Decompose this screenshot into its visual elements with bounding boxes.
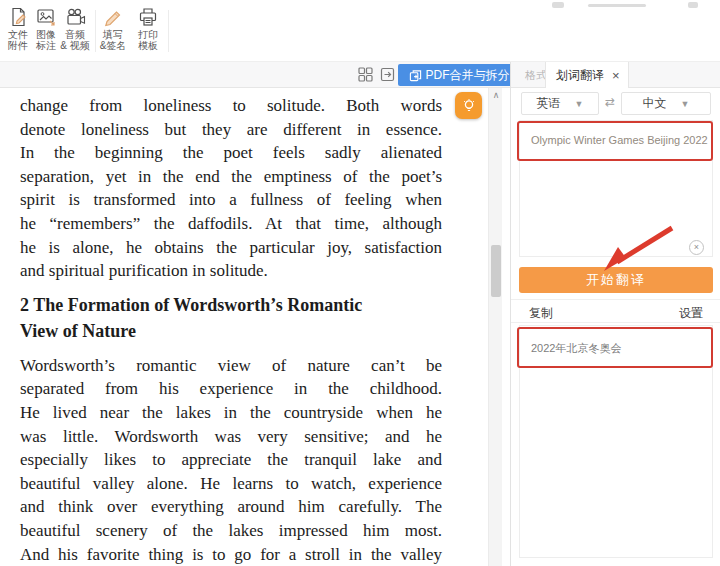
toolbar-divider bbox=[168, 10, 169, 52]
text-line: Wordsworth’s romantic view of nature can… bbox=[20, 354, 442, 378]
text-line: change from loneliness to solitude. Both… bbox=[20, 94, 442, 118]
text-line: denote loneliness but they are different… bbox=[20, 118, 442, 142]
text-line: beautiful scenery of the lakes impressed… bbox=[20, 519, 442, 543]
chevron-down-icon: ▼ bbox=[575, 99, 584, 109]
language-selector-row: 英语 ▼ ⇄ 中文 ▼ bbox=[511, 92, 720, 116]
merge-split-label: PDF合并与拆分 bbox=[426, 67, 510, 84]
toolbar-label: &签名 bbox=[96, 40, 130, 51]
text-line: And his favorite thing is to go for a st… bbox=[20, 543, 442, 566]
image-annotation-icon bbox=[35, 6, 57, 28]
page-view-icon[interactable] bbox=[379, 66, 396, 83]
paragraph: Wordsworth’s romantic view of nature can… bbox=[20, 354, 442, 566]
swap-languages-icon[interactable]: ⇄ bbox=[601, 95, 619, 109]
toolbar-item-print-template[interactable]: 打印 模板 bbox=[131, 6, 165, 51]
toolbar-label: 模板 bbox=[131, 40, 165, 51]
toolbar-item-audio-video[interactable]: 音频 & 视频 bbox=[58, 6, 92, 51]
text-line: especially likes to appreciate the tranq… bbox=[20, 448, 442, 472]
source-text-area[interactable] bbox=[519, 120, 713, 257]
heading-line: 2 The Formation of Wordsworth’s Romantic bbox=[20, 292, 442, 318]
text-line: he “remembers” the daffodils. At that ti… bbox=[20, 212, 442, 236]
copy-button[interactable]: 复制 bbox=[529, 305, 553, 322]
text-line: he is alone, he obtains the particular j… bbox=[20, 236, 442, 260]
text-line: He lived near the lakes in the countrysi… bbox=[20, 401, 442, 425]
toolbar-label: 音频 bbox=[58, 29, 92, 40]
text-line: separated from his experience in the chi… bbox=[20, 377, 442, 401]
audio-video-icon bbox=[64, 6, 86, 28]
target-language-select[interactable]: 中文 ▼ bbox=[621, 92, 711, 115]
toolbar-label: & 视频 bbox=[58, 40, 92, 51]
text-line: and spiritual purification in solitude. bbox=[20, 259, 442, 283]
text-line: In the beginning the poet feels sadly al… bbox=[20, 141, 442, 165]
tab-word-translate[interactable]: 划词翻译 × bbox=[545, 62, 629, 88]
document-scrollbar[interactable]: ∧ bbox=[488, 88, 502, 566]
text-line: and think over everything around him car… bbox=[20, 495, 442, 519]
translate-panel: 格式 划词翻译 × 英语 ▼ ⇄ 中文 ▼ × 开始翻译 复制 设置 bbox=[510, 62, 720, 566]
source-language-value: 英语 bbox=[537, 95, 561, 112]
text-line: separation, yet in the end the emptiness… bbox=[20, 165, 442, 189]
file-attachment-icon bbox=[7, 6, 29, 28]
toolbar-label: 打印 bbox=[131, 29, 165, 40]
scrollbar-thumb[interactable] bbox=[491, 245, 501, 297]
result-actions-row: 复制 设置 bbox=[511, 299, 720, 323]
clear-text-button[interactable]: × bbox=[689, 240, 704, 255]
merge-split-icon bbox=[409, 69, 422, 82]
titlebar-icon bbox=[552, 2, 564, 8]
toolbar-label: 填写 bbox=[96, 29, 130, 40]
titlebar-icon bbox=[688, 2, 698, 8]
grid-view-icon[interactable] bbox=[357, 66, 374, 83]
print-template-icon bbox=[137, 6, 159, 28]
settings-button[interactable]: 设置 bbox=[679, 305, 703, 322]
secondary-toolbar: PDF合并与拆分 bbox=[0, 62, 510, 88]
fill-sign-icon bbox=[102, 6, 124, 28]
lightbulb-icon bbox=[461, 98, 477, 114]
tab-word-translate-label: 划词翻译 bbox=[556, 63, 604, 88]
section-heading: 2 The Formation of Wordsworth’s Romantic… bbox=[20, 292, 442, 344]
text-line: spirit is transformed into a fullness of… bbox=[20, 188, 442, 212]
text-line: was little. Wordsworth was very sensitiv… bbox=[20, 425, 442, 449]
panel-tab-bar: 格式 划词翻译 × bbox=[511, 62, 720, 88]
scroll-up-arrow[interactable]: ∧ bbox=[489, 90, 503, 100]
chevron-down-icon: ▼ bbox=[681, 99, 690, 109]
text-line: beautiful valley alone. He learns to wat… bbox=[20, 472, 442, 496]
main-toolbar: 文件 附件 图像 标注 音频 & 视频 bbox=[0, 0, 720, 62]
tip-lightbulb-button[interactable] bbox=[455, 92, 482, 119]
target-language-value: 中文 bbox=[643, 95, 667, 112]
heading-line: View of Nature bbox=[20, 318, 442, 344]
pdf-merge-split-button[interactable]: PDF合并与拆分 bbox=[398, 64, 520, 86]
titlebar-slider bbox=[588, 4, 646, 7]
start-translate-button[interactable]: 开始翻译 bbox=[519, 267, 713, 293]
document-page: change from loneliness to solitude. Both… bbox=[20, 94, 442, 566]
pdf-editor-window: 文件 附件 图像 标注 音频 & 视频 bbox=[0, 0, 720, 566]
source-language-select[interactable]: 英语 ▼ bbox=[521, 92, 599, 115]
translation-result-area bbox=[519, 325, 713, 558]
toolbar-item-fill-sign[interactable]: 填写 &签名 bbox=[96, 6, 130, 51]
paragraph: change from loneliness to solitude. Both… bbox=[20, 94, 442, 283]
document-viewport[interactable]: change from loneliness to solitude. Both… bbox=[0, 88, 510, 566]
tab-close-icon[interactable]: × bbox=[612, 69, 620, 82]
